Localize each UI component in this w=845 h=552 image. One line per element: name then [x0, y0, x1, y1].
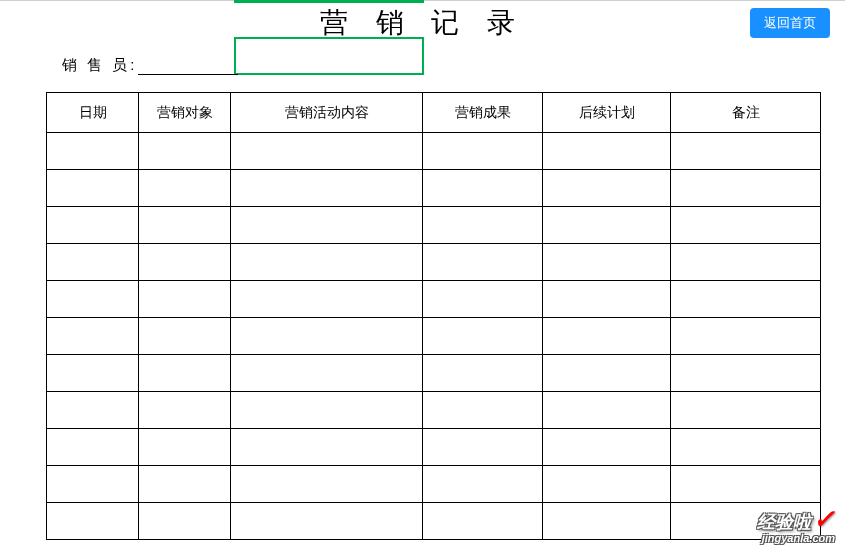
watermark-url: jingyanla.com: [757, 532, 835, 544]
watermark: 经验啦✓ jingyanla.com: [757, 505, 835, 544]
table-cell[interactable]: [423, 466, 543, 503]
table-cell[interactable]: [231, 355, 423, 392]
table-cell[interactable]: [139, 281, 231, 318]
table-cell[interactable]: [671, 133, 821, 170]
table-cell[interactable]: [231, 318, 423, 355]
table-cell[interactable]: [423, 170, 543, 207]
table-cell[interactable]: [671, 466, 821, 503]
watermark-text: 经验啦: [757, 512, 811, 532]
table-cell[interactable]: [47, 207, 139, 244]
table-cell[interactable]: [47, 503, 139, 540]
table-cell[interactable]: [139, 244, 231, 281]
table-cell[interactable]: [423, 429, 543, 466]
page-title: 营 销 记 录: [0, 0, 845, 42]
table-cell[interactable]: [231, 392, 423, 429]
table-cell[interactable]: [47, 244, 139, 281]
table-cell[interactable]: [139, 429, 231, 466]
return-home-button[interactable]: 返回首页: [750, 8, 830, 38]
table-cell[interactable]: [231, 244, 423, 281]
table-cell[interactable]: [47, 170, 139, 207]
header-plan[interactable]: 后续计划: [543, 93, 671, 133]
table-cell[interactable]: [47, 429, 139, 466]
table-cell[interactable]: [231, 429, 423, 466]
table-cell[interactable]: [423, 281, 543, 318]
sales-record-table: 日期 营销对象 营销活动内容 营销成果 后续计划 备注: [46, 92, 821, 540]
table-cell[interactable]: [543, 133, 671, 170]
table-cell[interactable]: [543, 244, 671, 281]
table-cell[interactable]: [543, 429, 671, 466]
table-cell[interactable]: [139, 207, 231, 244]
table-cell[interactable]: [543, 281, 671, 318]
table-row: [47, 133, 821, 170]
table-row: [47, 244, 821, 281]
salesperson-field: 销 售 员:: [62, 56, 238, 75]
table-cell[interactable]: [47, 281, 139, 318]
salesperson-label: 销 售 员:: [62, 56, 138, 73]
table-cell[interactable]: [47, 392, 139, 429]
table-header-row: 日期 营销对象 营销活动内容 营销成果 后续计划 备注: [47, 93, 821, 133]
table-cell[interactable]: [47, 355, 139, 392]
table-row: [47, 503, 821, 540]
table-cell[interactable]: [139, 466, 231, 503]
table-cell[interactable]: [671, 207, 821, 244]
table-cell[interactable]: [671, 392, 821, 429]
header-activity[interactable]: 营销活动内容: [231, 93, 423, 133]
salesperson-input-line[interactable]: [138, 74, 238, 75]
header-date[interactable]: 日期: [47, 93, 139, 133]
table-row: [47, 466, 821, 503]
table-cell[interactable]: [671, 170, 821, 207]
table-row: [47, 207, 821, 244]
table-row: [47, 429, 821, 466]
table-cell[interactable]: [543, 392, 671, 429]
table-cell[interactable]: [231, 207, 423, 244]
table-row: [47, 170, 821, 207]
table-cell[interactable]: [671, 355, 821, 392]
header-remark[interactable]: 备注: [671, 93, 821, 133]
table-cell[interactable]: [231, 466, 423, 503]
table-cell[interactable]: [139, 503, 231, 540]
table-cell[interactable]: [543, 318, 671, 355]
table-cell[interactable]: [671, 318, 821, 355]
table-cell[interactable]: [139, 133, 231, 170]
table-cell[interactable]: [423, 392, 543, 429]
table-row: [47, 355, 821, 392]
table-cell[interactable]: [543, 466, 671, 503]
table-cell[interactable]: [139, 318, 231, 355]
table-row: [47, 392, 821, 429]
table-cell[interactable]: [423, 133, 543, 170]
table-cell[interactable]: [139, 355, 231, 392]
table-cell[interactable]: [231, 133, 423, 170]
table-cell[interactable]: [423, 355, 543, 392]
table-cell[interactable]: [47, 133, 139, 170]
table-cell[interactable]: [47, 466, 139, 503]
table-cell[interactable]: [423, 244, 543, 281]
table-cell[interactable]: [231, 503, 423, 540]
table-cell[interactable]: [543, 207, 671, 244]
header-result[interactable]: 营销成果: [423, 93, 543, 133]
table-cell[interactable]: [423, 503, 543, 540]
table-cell[interactable]: [671, 429, 821, 466]
table-cell[interactable]: [543, 503, 671, 540]
table-cell[interactable]: [47, 318, 139, 355]
table-cell[interactable]: [423, 318, 543, 355]
header-target[interactable]: 营销对象: [139, 93, 231, 133]
table-cell[interactable]: [231, 281, 423, 318]
table-cell[interactable]: [543, 170, 671, 207]
table-cell[interactable]: [543, 355, 671, 392]
table-cell[interactable]: [231, 170, 423, 207]
table-row: [47, 318, 821, 355]
cell-selection-box: [234, 37, 424, 75]
table-cell[interactable]: [671, 244, 821, 281]
table-cell[interactable]: [423, 207, 543, 244]
table-cell[interactable]: [139, 170, 231, 207]
column-marker: [234, 0, 424, 3]
table-cell[interactable]: [139, 392, 231, 429]
table-row: [47, 281, 821, 318]
check-icon: ✓: [813, 504, 835, 534]
table-cell[interactable]: [671, 281, 821, 318]
